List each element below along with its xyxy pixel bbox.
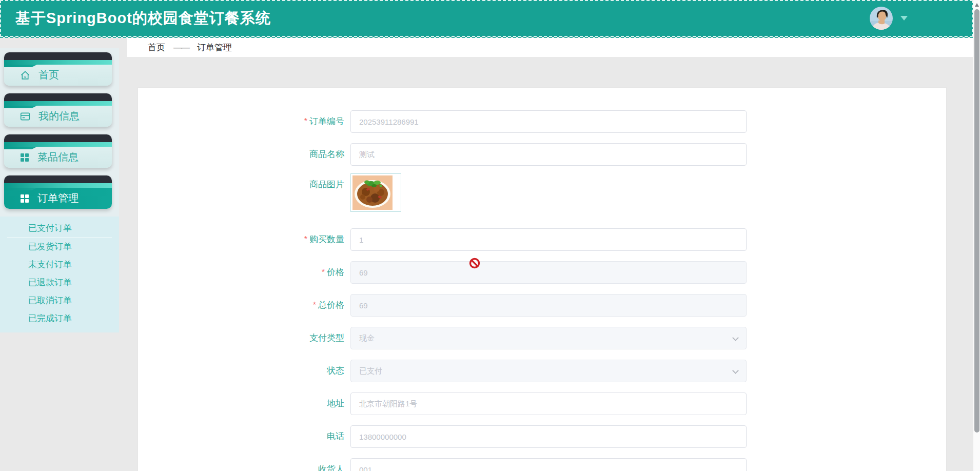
user-avatar[interactable] — [870, 7, 893, 30]
field-control-total-price: 69 — [350, 294, 747, 317]
sidebar-item-label: 首页 — [38, 68, 59, 82]
required-asterisk: * — [313, 301, 316, 309]
purchase-quantity-input[interactable]: 1 — [350, 228, 747, 251]
chevron-down-icon — [732, 335, 739, 341]
form-row-price: *价格69 — [138, 261, 946, 284]
submenu-item-paid-orders[interactable]: 已支付订单 — [0, 219, 119, 237]
field-control-product-image — [350, 173, 747, 212]
sidebar-item-home[interactable]: 首页 — [4, 52, 112, 86]
field-control-product-name: 测试 — [350, 143, 747, 166]
field-value: 1 — [359, 235, 363, 244]
scroll-up-arrow-icon[interactable] — [975, 3, 979, 7]
panel-top-bar — [4, 52, 112, 60]
field-control-consignee: 001 — [350, 458, 747, 471]
submenu-item-completed-orders[interactable]: 已完成订单 — [0, 309, 119, 327]
consignee-input[interactable]: 001 — [350, 458, 747, 471]
field-control-status: 已支付 — [350, 360, 747, 382]
field-label-status: 状态 — [138, 360, 350, 382]
order-form: *订单编号20253911286991商品名称测试商品图片*购买数量1*价格69… — [138, 110, 946, 471]
form-row-product-name: 商品名称测试 — [138, 143, 946, 166]
field-value: 测试 — [359, 150, 375, 160]
submenu-item-cancelled-orders[interactable]: 已取消订单 — [0, 291, 119, 309]
field-label-payment-type: 支付类型 — [138, 327, 350, 349]
field-label-purchase-quantity: *购买数量 — [138, 228, 350, 251]
field-control-payment-type: 现金 — [350, 327, 747, 349]
panel-stripe — [4, 60, 112, 65]
food-photo[interactable] — [350, 173, 401, 212]
chevron-down-icon — [732, 367, 739, 374]
field-label-price: *价格 — [138, 261, 350, 284]
field-label-consignee: 收货人 — [138, 458, 350, 471]
order-form-card: *订单编号20253911286991商品名称测试商品图片*购买数量1*价格69… — [138, 87, 947, 471]
payment-type-select: 现金 — [350, 327, 747, 349]
field-control-price: 69 — [350, 261, 747, 284]
form-row-order-number: *订单编号20253911286991 — [138, 110, 946, 133]
form-row-consignee: 收货人001 — [138, 458, 946, 471]
panel-stripe — [4, 142, 112, 147]
sidebar-item-label: 菜品信息 — [37, 150, 79, 164]
panel-stripe — [4, 183, 112, 188]
submenu-item-unpaid-orders[interactable]: 未支付订单 — [0, 256, 119, 273]
phone-input[interactable]: 13800000000 — [350, 425, 747, 448]
field-label-order-number: *订单编号 — [138, 110, 350, 133]
sidebar-item-label: 我的信息 — [38, 109, 80, 123]
order-number-input[interactable]: 20253911286991 — [350, 110, 747, 133]
sidebar: 首页我的信息菜品信息订单管理 已支付订单已发货订单未支付订单已退款订单已取消订单… — [0, 48, 119, 325]
form-row-phone: 电话13800000000 — [138, 425, 946, 448]
grid-icon — [19, 152, 30, 163]
app-title: 基于SpringBoot的校园食堂订餐系统 — [15, 8, 271, 29]
total-price-input: 69 — [350, 294, 747, 317]
form-row-purchase-quantity: *购买数量1 — [138, 228, 946, 251]
panel-top-bar — [4, 175, 112, 183]
not-allowed-cursor-icon — [468, 257, 481, 269]
id-card-icon — [19, 111, 31, 122]
submenu-item-refunded-orders[interactable]: 已退款订单 — [0, 273, 119, 291]
form-row-status: 状态已支付 — [138, 360, 946, 382]
address-input[interactable]: 北京市朝阳路1号 — [350, 392, 747, 415]
field-value: 现金 — [359, 333, 375, 343]
grid-icon — [19, 193, 30, 204]
field-control-phone: 13800000000 — [350, 425, 747, 448]
field-label-phone: 电话 — [138, 425, 350, 448]
field-control-address: 北京市朝阳路1号 — [350, 392, 747, 415]
required-asterisk: * — [304, 235, 307, 244]
field-value: 已支付 — [359, 366, 382, 376]
breadcrumb: 首页 —— 订单管理 — [127, 38, 973, 57]
submenu-item-shipped-orders[interactable]: 已发货订单 — [0, 238, 119, 256]
field-value: 69 — [359, 268, 368, 277]
scrollbar-thumb[interactable] — [974, 9, 979, 433]
home-icon — [19, 70, 31, 81]
field-control-purchase-quantity: 1 — [350, 228, 747, 251]
required-asterisk: * — [304, 117, 307, 126]
page-scrollbar — [973, 0, 980, 471]
order-submenu: 已支付订单已发货订单未支付订单已退款订单已取消订单已完成订单 — [0, 217, 119, 332]
avatar-image — [870, 7, 893, 30]
panel-top-bar — [4, 134, 112, 142]
form-row-address: 地址北京市朝阳路1号 — [138, 392, 946, 415]
sidebar-item-dish-info[interactable]: 菜品信息 — [4, 134, 112, 168]
field-value: 北京市朝阳路1号 — [359, 399, 417, 409]
product-name-input[interactable]: 测试 — [350, 143, 747, 166]
user-menu[interactable] — [870, 7, 908, 30]
field-value: 13800000000 — [359, 433, 406, 441]
sidebar-item-my-info[interactable]: 我的信息 — [4, 93, 112, 127]
required-asterisk: * — [322, 268, 325, 277]
chevron-down-icon[interactable] — [900, 16, 908, 21]
sidebar-item-order-management[interactable]: 订单管理 — [4, 175, 112, 209]
breadcrumb-separator: —— — [173, 43, 189, 53]
field-value: 20253911286991 — [359, 117, 419, 126]
status-select: 已支付 — [350, 360, 747, 382]
form-row-payment-type: 支付类型现金 — [138, 327, 946, 349]
breadcrumb-home[interactable]: 首页 — [148, 42, 165, 53]
field-label-product-image: 商品图片 — [138, 173, 350, 212]
field-label-total-price: *总价格 — [138, 294, 350, 317]
panel-stripe — [4, 101, 112, 106]
panel-top-bar — [4, 93, 112, 101]
field-control-order-number: 20253911286991 — [350, 110, 747, 133]
field-value: 69 — [359, 301, 368, 310]
breadcrumb-current[interactable]: 订单管理 — [197, 42, 232, 53]
form-row-total-price: *总价格69 — [138, 294, 946, 317]
price-input: 69 — [350, 261, 747, 284]
field-value: 001 — [359, 465, 372, 471]
field-label-product-name: 商品名称 — [138, 143, 350, 166]
